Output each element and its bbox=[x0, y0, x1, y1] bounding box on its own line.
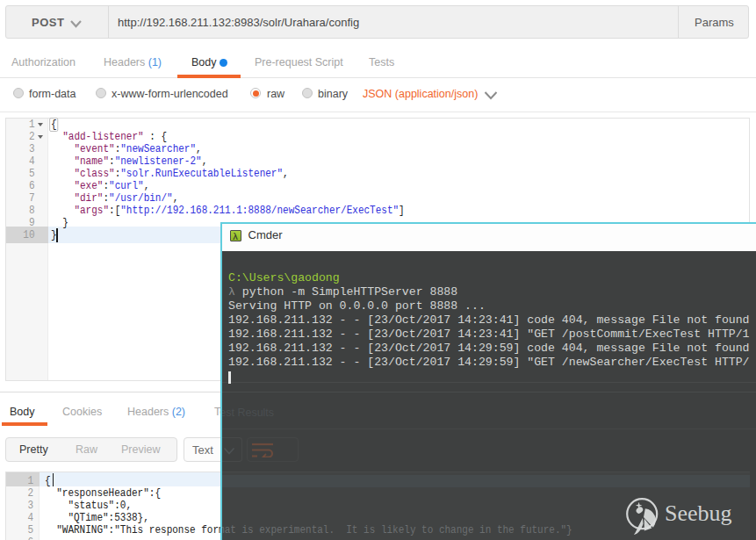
svg-text:Seebug: Seebug bbox=[665, 500, 732, 526]
